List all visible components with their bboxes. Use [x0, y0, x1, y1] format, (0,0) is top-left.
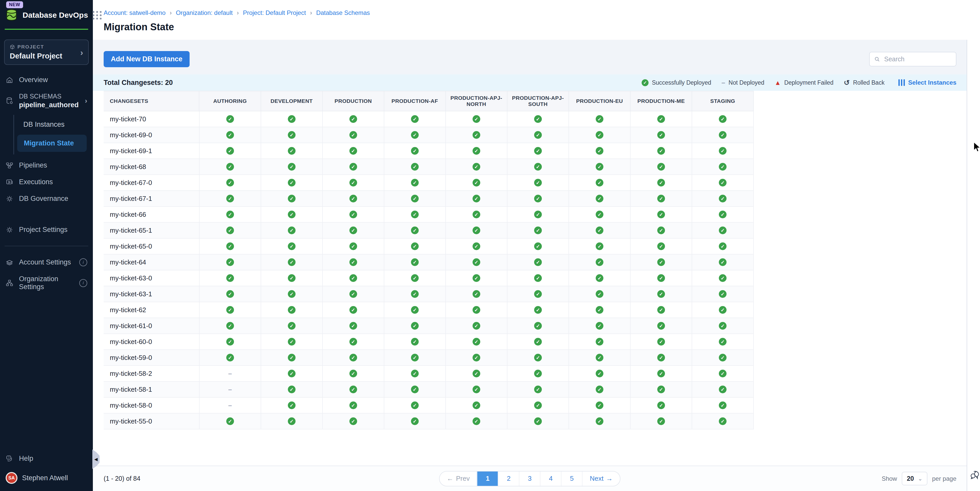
status-cell: ✓ [322, 286, 384, 302]
success-icon: ✓ [349, 258, 357, 266]
success-icon: ✓ [719, 211, 727, 218]
status-cell: ✓ [630, 366, 692, 382]
success-icon: ✓ [719, 163, 727, 171]
status-cell: ✓ [384, 270, 445, 286]
breadcrumb-project[interactable]: Project: Default Project [243, 9, 306, 16]
select-instances-button[interactable]: Select Instances [899, 79, 956, 86]
prev-page-button[interactable]: ← Prev [440, 472, 477, 486]
success-icon: ✓ [411, 290, 419, 298]
success-icon: ✓ [226, 131, 234, 139]
status-cell: ✓ [445, 111, 507, 127]
success-icon: ✓ [719, 306, 727, 314]
status-cell: ✓ [692, 350, 753, 366]
breadcrumb-account[interactable]: Account: satwell-demo [103, 9, 165, 16]
search-box[interactable] [869, 52, 956, 67]
sidebar-item-project-settings[interactable]: Project Settings [0, 221, 93, 238]
sidebar-item-pipelines[interactable]: Pipelines [0, 157, 93, 174]
sidebar-item-db-governance[interactable]: DB Governance [0, 190, 93, 207]
success-icon: ✓ [596, 163, 603, 171]
status-cell: ✓ [261, 175, 322, 191]
sidebar-item-db-schemas[interactable]: DB SCHEMAS pipeline_authored › [0, 88, 93, 113]
success-icon: ✓ [411, 402, 419, 409]
success-icon: ✓ [534, 179, 542, 186]
add-db-instance-button[interactable]: Add New DB Instance [103, 51, 189, 67]
status-cell: ✓ [322, 143, 384, 159]
success-icon: ✓ [596, 402, 603, 409]
changeset-name: my-ticket-58-1 [103, 382, 199, 397]
changeset-name: my-ticket-61-0 [103, 318, 199, 334]
avatar[interactable]: SA [6, 472, 18, 484]
sidebar-item-migration-state[interactable]: Migration State [17, 135, 87, 152]
status-cell: ✓ [322, 222, 384, 238]
sidebar-item-overview[interactable]: Overview [0, 72, 93, 88]
app-logo-row: NEW Database DevOps [0, 0, 93, 26]
breadcrumb-database-schemas[interactable]: Database Schemas [316, 9, 370, 16]
success-icon: ✓ [288, 338, 296, 346]
status-cell: ✓ [199, 302, 261, 318]
next-page-button[interactable]: Next → [582, 472, 620, 486]
status-cell: ✓ [199, 286, 261, 302]
status-cell: ✓ [507, 366, 568, 382]
user-menu[interactable]: SA Stephen Atwell [0, 467, 93, 486]
page-button-3[interactable]: 3 [519, 472, 540, 486]
status-cell: ✓ [445, 222, 507, 238]
sidebar: NEW Database DevOps PROJECT Default Proj… [0, 0, 93, 491]
success-icon: ✓ [411, 131, 419, 139]
sidebar-item-organization-settings[interactable]: Organization Settings i [0, 271, 93, 295]
success-icon: ✓ [657, 131, 665, 139]
success-icon: ✓ [719, 242, 727, 250]
status-cell: ✓ [568, 238, 630, 254]
status-cell: ✓ [630, 318, 692, 334]
success-icon: ✓ [719, 227, 727, 234]
page-button-2[interactable]: 2 [498, 472, 519, 486]
sidebar-item-help[interactable]: ? Help [0, 450, 93, 467]
success-icon: ✓ [596, 354, 603, 361]
success-icon: ✓ [411, 147, 419, 155]
success-icon: ✓ [473, 274, 480, 282]
success-icon: ✓ [288, 131, 296, 139]
changeset-name: my-ticket-62 [103, 302, 199, 318]
status-cell: ✓ [445, 238, 507, 254]
success-icon: ✓ [719, 195, 727, 202]
status-cell: ✓ [568, 413, 630, 429]
changeset-name: my-ticket-63-1 [103, 286, 199, 302]
page-button-4[interactable]: 4 [540, 472, 561, 486]
breadcrumb-organization[interactable]: Organization: default [176, 9, 232, 16]
status-cell: ✓ [630, 159, 692, 175]
project-selector[interactable]: PROJECT Default Project › [4, 40, 89, 65]
legend-not-deployed: – Not Deployed [721, 79, 764, 87]
search-input[interactable] [883, 55, 951, 63]
success-icon: ✓ [226, 211, 234, 218]
status-cell: ✓ [384, 111, 445, 127]
sidebar-item-db-instances[interactable]: DB Instances [14, 116, 88, 133]
success-icon: ✓ [226, 242, 234, 250]
success-icon: ✓ [226, 338, 234, 346]
status-cell: ✓ [507, 175, 568, 191]
status-cell: ✓ [507, 254, 568, 270]
table-row: my-ticket-60-0✓✓✓✓✓✓✓✓✓ [103, 334, 754, 350]
sidebar-item-account-settings[interactable]: Account Settings i [0, 254, 93, 271]
success-icon: ✓ [473, 227, 480, 234]
success-icon: ✓ [596, 147, 603, 155]
success-icon: ✓ [349, 242, 357, 250]
success-icon: ✓ [534, 163, 542, 171]
changeset-name: my-ticket-70 [103, 111, 199, 127]
success-icon: ✓ [657, 386, 665, 393]
page-size-select[interactable]: 20 ⌄ [902, 472, 928, 485]
page-button-1[interactable]: 1 [477, 472, 498, 486]
database-logo-icon [5, 9, 18, 22]
status-cell: ✓ [630, 143, 692, 159]
chevron-right-icon: › [237, 9, 239, 16]
page-button-5[interactable]: 5 [561, 472, 582, 486]
status-cell: ✓ [630, 175, 692, 191]
sidebar-item-label: DB Governance [19, 195, 68, 203]
apps-grid-icon[interactable] [92, 11, 102, 19]
success-icon: ✓ [534, 306, 542, 314]
success-icon: ✓ [596, 227, 603, 234]
sidebar-item-executions[interactable]: Executions [0, 174, 93, 190]
success-icon: ✓ [411, 386, 419, 393]
chevron-right-icon: › [170, 9, 172, 16]
app-title: Database DevOps [22, 11, 88, 19]
feedback-chat-icon[interactable] [970, 469, 980, 481]
status-cell: ✓ [630, 127, 692, 143]
